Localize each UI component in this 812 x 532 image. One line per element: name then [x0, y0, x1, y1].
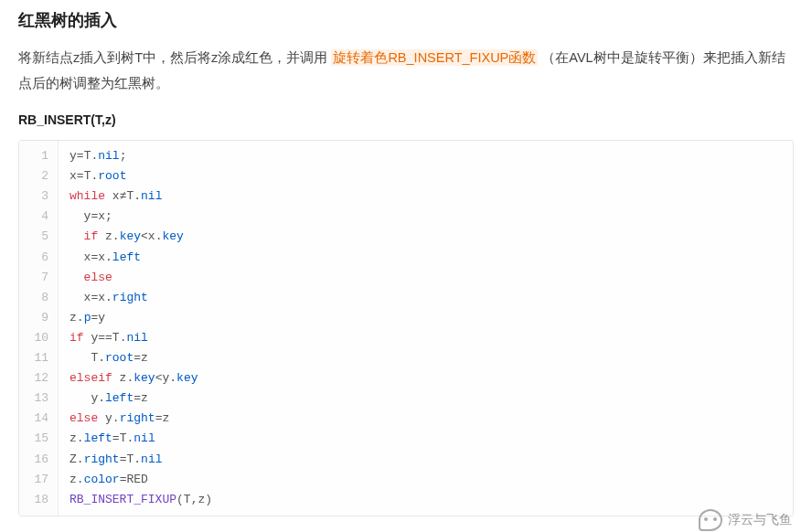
- code-line: z.color=RED: [69, 470, 782, 490]
- code-line: x=x.left: [69, 248, 782, 268]
- code-content: y=T.nil;x=T.rootwhile x≠T.nily=x;if z.ke…: [59, 141, 793, 516]
- code-line: y=x;: [69, 207, 782, 227]
- code-line: else y.right=z: [69, 409, 782, 429]
- line-number: 12: [32, 368, 48, 388]
- line-number: 18: [32, 490, 48, 510]
- line-number: 6: [32, 248, 48, 268]
- line-number: 8: [32, 288, 48, 308]
- code-line: Z.right=T.nil: [69, 450, 782, 470]
- line-number: 7: [32, 268, 48, 288]
- line-number: 4: [32, 207, 48, 227]
- code-line: while x≠T.nil: [69, 186, 782, 207]
- wechat-icon: [699, 509, 722, 531]
- code-line: x=x.right: [69, 288, 782, 308]
- line-number: 17: [32, 470, 48, 490]
- watermark-text: 浮云与飞鱼: [728, 512, 792, 528]
- code-line: z.p=y: [69, 308, 782, 328]
- code-line: x=T.root: [69, 166, 782, 186]
- code-line: T.root=z: [69, 348, 782, 368]
- code-line: y.left=z: [69, 388, 782, 409]
- code-line: RB_INSERT_FIXUP(T,z): [69, 490, 782, 510]
- line-number: 9: [32, 308, 48, 328]
- code-line: if y==T.nil: [69, 328, 782, 348]
- line-number: 3: [32, 186, 48, 207]
- code-line: elseif z.key<y.key: [69, 368, 782, 388]
- platform-watermark: 浮云与飞鱼: [699, 509, 792, 531]
- code-caption: RB_INSERT(T,z): [18, 112, 794, 127]
- line-number: 10: [32, 328, 48, 348]
- article-heading: 红黑树的插入: [18, 9, 794, 31]
- line-number: 2: [32, 166, 48, 186]
- line-number-gutter: 123456789101112131415161718: [19, 141, 59, 516]
- line-number: 5: [32, 227, 48, 247]
- line-number: 11: [32, 348, 48, 368]
- code-line: else: [69, 268, 782, 288]
- code-line: if z.key<x.key: [69, 227, 782, 247]
- line-number: 13: [32, 388, 48, 409]
- line-number: 15: [32, 429, 48, 449]
- line-number: 16: [32, 450, 48, 470]
- intro-paragraph: 将新结点z插入到树T中，然后将z涂成红色，并调用 旋转着色RB_INSERT_F…: [18, 46, 794, 96]
- intro-text-pre: 将新结点z插入到树T中，然后将z涂成红色，并调用: [18, 50, 331, 65]
- line-number: 14: [32, 409, 48, 429]
- inline-link-fixup[interactable]: 旋转着色RB_INSERT_FIXUP函数: [331, 49, 538, 66]
- line-number: 1: [32, 146, 48, 166]
- code-block: 123456789101112131415161718 y=T.nil;x=T.…: [18, 140, 794, 516]
- code-line: y=T.nil;: [69, 146, 782, 166]
- code-line: z.left=T.nil: [69, 429, 782, 449]
